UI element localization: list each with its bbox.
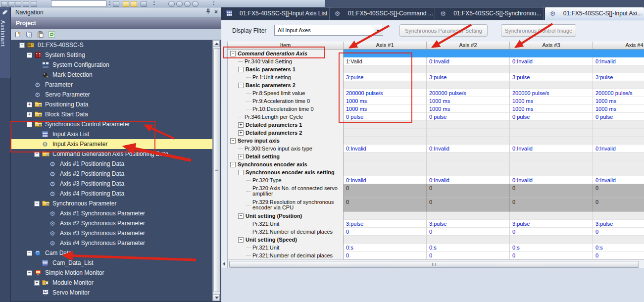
cell-axis-3[interactable]: 3:pulse (510, 73, 593, 81)
cell-axis-3[interactable]: 0 (510, 184, 593, 198)
toolbar-icon[interactable] (131, 1, 137, 7)
toolbar-icon[interactable] (31, 1, 37, 7)
tree-item-servo-monitor[interactable]: Servo Monitor (11, 288, 213, 298)
cell-axis-4[interactable]: 1000 ms (593, 97, 644, 105)
collapse-icon[interactable]: − (34, 201, 40, 206)
cell-axis-4[interactable] (593, 50, 644, 57)
tab-01-fx5-40ssc-s-synchronou[interactable]: ⚙01:FX5-40SSC-S[]-Synchronou... (435, 7, 544, 20)
cell-axis-3[interactable]: 1000 ms (510, 105, 593, 113)
cell-axis-1[interactable]: 1:Valid (344, 57, 427, 65)
cell-axis-2[interactable] (427, 121, 510, 129)
cell-axis-2[interactable] (427, 236, 510, 244)
item-cell[interactable]: −Unit setting (Position) (228, 212, 344, 220)
table-row-pr-321-unit[interactable]: Pr.321:Unit3:pulse3:pulse3:pulse3:pulse (228, 220, 644, 228)
table-row-pr-346-length-per-cycle[interactable]: Pr.346:Length per Cycle0 pulse0 pulse0 p… (228, 113, 644, 121)
item-cell[interactable]: Pr.320:Axis No. of connected servo ampli… (228, 184, 344, 198)
scroll-up-button[interactable] (213, 40, 220, 47)
cell-axis-4[interactable]: 3:pulse (593, 73, 644, 81)
expand-icon[interactable]: + (238, 154, 244, 159)
cell-axis-3[interactable]: 0 (510, 198, 593, 212)
item-cell[interactable]: Pr.340:Valid Setting (228, 57, 344, 65)
collapse-icon[interactable]: − (238, 237, 244, 243)
tree-item-block-start-data[interactable]: +Block Start Data (11, 109, 213, 119)
tree-item-input-axis-parameter[interactable]: ⚙Input Axis Parameter (11, 139, 213, 149)
cell-axis-2[interactable]: 0:s (427, 244, 510, 252)
tab-01-fx5-40ssc-s-command[interactable]: ⚙01:FX5-40SSC-S[]-Command ... (330, 7, 435, 20)
expand-icon[interactable]: + (238, 122, 244, 128)
cell-axis-1[interactable] (344, 81, 427, 89)
tree-item-system-configuration[interactable]: System Configuration (11, 60, 213, 70)
close-icon[interactable]: × (214, 8, 218, 16)
column-header-axis-1[interactable]: Axis #1 (344, 42, 427, 50)
cell-axis-4[interactable] (593, 81, 644, 89)
cell-axis-4[interactable]: 0:Invalid (593, 145, 644, 152)
collapse-icon[interactable]: − (19, 43, 25, 48)
cell-axis-2[interactable]: 0:Invalid (427, 145, 510, 152)
tree-item-axis-1-positioning-data[interactable]: ⚙Axis #1 Positioning Data (11, 159, 213, 169)
collapse-icon[interactable]: − (238, 83, 244, 88)
tab-01-fx5-40ssc-s-input-axi[interactable]: ⚙01:FX5-40SSC-S[]-Input Axi... (545, 7, 644, 20)
cell-axis-4[interactable] (593, 65, 644, 73)
cell-axis-2[interactable]: 200000 pulse/s (427, 89, 510, 97)
cell-axis-1[interactable]: 3:pulse (344, 220, 427, 228)
cell-axis-1[interactable] (344, 212, 427, 220)
tree-item-command-generation-axis-positioning-data[interactable]: −Command Generation Axis Positioning Dat… (11, 149, 213, 159)
cell-axis-4[interactable] (593, 212, 644, 220)
grid-hscrollbar[interactable] (228, 259, 644, 268)
cell-axis-4[interactable] (593, 129, 644, 137)
item-cell[interactable]: Pr.300:Servo input axis type (228, 145, 344, 152)
item-cell[interactable]: Pr.346:Length per Cycle (228, 113, 344, 121)
toolbar-combo[interactable] (51, 0, 106, 7)
cell-axis-3[interactable]: 0:Invalid (510, 57, 593, 65)
collapse-icon[interactable]: − (238, 67, 244, 72)
cell-axis-2[interactable] (427, 137, 510, 145)
cell-axis-2[interactable]: 0 (427, 252, 510, 259)
cell-axis-4[interactable]: 0:Invalid (593, 176, 644, 184)
tree-item-axis-1-synchronous-parameter[interactable]: ⚙Axis #1 Synchronous Parameter (11, 208, 213, 218)
cell-axis-3[interactable] (510, 236, 593, 244)
item-cell[interactable]: −Synchronous encoder axis (228, 160, 344, 168)
collapse-icon[interactable]: − (34, 151, 40, 157)
zoom-icon[interactable] (168, 1, 175, 7)
collapse-icon[interactable]: − (238, 213, 244, 219)
collapse-icon[interactable]: − (27, 52, 32, 58)
cell-axis-2[interactable] (427, 129, 510, 137)
item-cell[interactable]: Pr.8:Speed limit value (228, 89, 344, 97)
table-row-command-generation-axis[interactable]: −Command Generation Axis (228, 50, 644, 57)
cell-axis-3[interactable] (510, 81, 593, 89)
tree-item-parameter[interactable]: ⚙Parameter (11, 80, 213, 90)
item-cell[interactable]: Pr.321:Number of decimal places (228, 252, 344, 259)
cell-axis-1[interactable] (344, 168, 427, 176)
cell-axis-4[interactable]: 0 (593, 228, 644, 236)
cell-axis-3[interactable]: 0 (510, 228, 593, 236)
table-row-servo-input-axis[interactable]: −Servo input axis (228, 137, 644, 145)
cell-axis-3[interactable] (510, 168, 593, 176)
table-row-synchronous-encoder-axis[interactable]: −Synchronous encoder axis (228, 160, 644, 168)
tree-item-module-monitor[interactable]: +Module Monitor (11, 278, 213, 288)
toolbar-icon[interactable] (15, 1, 21, 7)
cell-axis-1[interactable]: 0 (344, 252, 427, 259)
table-row-synchronous-encoder-axis-setting[interactable]: −Synchronous encoder axis setting (228, 168, 644, 176)
item-cell[interactable]: Pr.9:Acceleration time 0 (228, 97, 344, 105)
collapse-icon[interactable]: − (27, 122, 32, 127)
cell-axis-3[interactable]: 1000 ms (510, 97, 593, 105)
cell-axis-1[interactable] (344, 121, 427, 129)
tree-item-servo-parameter[interactable]: ⚙Servo Parameter (11, 90, 213, 100)
cell-axis-4[interactable]: 1000 ms (593, 105, 644, 113)
paste-icon[interactable] (37, 31, 44, 40)
item-cell[interactable]: Pr.320:Type (228, 176, 344, 184)
cell-axis-2[interactable]: 0:Invalid (427, 57, 510, 65)
synchronous-control-image-button[interactable]: Synchronous Control Image (501, 24, 576, 37)
item-cell[interactable]: Pr.10:Deceleration time 0 (228, 105, 344, 113)
cell-axis-2[interactable] (427, 65, 510, 73)
cell-axis-1[interactable]: 200000 pulse/s (344, 89, 427, 97)
cell-axis-4[interactable] (593, 121, 644, 129)
item-cell[interactable]: Pr.1:Unit setting (228, 73, 344, 81)
cell-axis-1[interactable]: 0:Invalid (344, 176, 427, 184)
column-header-axis-4[interactable]: Axis #4 (593, 42, 644, 50)
table-row-pr-300-servo-input-axis-type[interactable]: Pr.300:Servo input axis type0:Invalid0:I… (228, 145, 644, 152)
tree-item-axis-2-positioning-data[interactable]: ⚙Axis #2 Positioning Data (11, 169, 213, 179)
table-row-unit-setting-position[interactable]: −Unit setting (Position) (228, 212, 644, 220)
table-row-pr-320-type[interactable]: Pr.320:Type0:Invalid0:Invalid0:Invalid0:… (228, 176, 644, 184)
column-header-axis-3[interactable]: Axis #3 (510, 42, 593, 50)
